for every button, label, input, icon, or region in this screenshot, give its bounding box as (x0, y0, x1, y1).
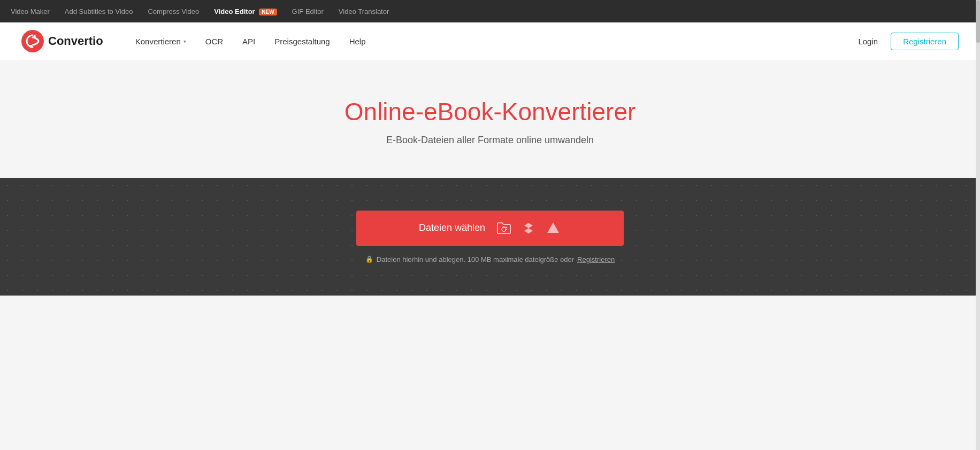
nav-preisgestaltung[interactable]: Preisgestaltung (274, 37, 330, 46)
topbar-video-translator[interactable]: Video Translator (339, 7, 389, 15)
login-link[interactable]: Login (858, 37, 878, 46)
hero-section: Online-eBook-Konvertierer E-Book-Dateien… (0, 60, 980, 178)
main-nav: Convertio Konvertieren ▾ OCR API Preisge… (0, 22, 980, 60)
nav-konvertieren[interactable]: Konvertieren ▾ (135, 37, 186, 46)
hero-subtitle: E-Book-Dateien aller Formate online umwa… (11, 135, 969, 146)
svg-marker-6 (547, 222, 559, 233)
new-badge: NEW (259, 9, 277, 15)
topbar-video-editor[interactable]: Video Editor NEW (214, 7, 277, 15)
google-drive-icon (545, 220, 561, 236)
topbar-compress-video[interactable]: Compress Video (148, 7, 199, 15)
chevron-down-icon: ▾ (183, 38, 186, 44)
nav-ocr[interactable]: OCR (205, 37, 223, 46)
top-bar: Video Maker Add Subtitles to Video Compr… (0, 0, 980, 22)
topbar-video-maker[interactable]: Video Maker (11, 7, 50, 15)
upload-section: Dateien wählen 🔒 Dateien hierhin und abl… (0, 178, 980, 296)
upload-button-label: Dateien wählen (419, 222, 485, 234)
topbar-add-subtitles[interactable]: Add Subtitles to Video (65, 7, 133, 15)
upload-icons (496, 220, 561, 236)
hero-title: Online-eBook-Konvertierer (11, 97, 969, 126)
logo-icon (21, 30, 44, 52)
svg-marker-5 (524, 223, 533, 234)
svg-line-3 (506, 227, 507, 227)
upload-hint: 🔒 Dateien hierhin und ablegen. 100 MB ma… (365, 255, 615, 263)
folder-icon (496, 220, 512, 236)
svg-point-1 (502, 227, 506, 231)
scrollbar[interactable] (976, 0, 980, 296)
topbar-gif-editor[interactable]: GIF Editor (292, 7, 324, 15)
upload-button[interactable]: Dateien wählen (356, 211, 624, 246)
nav-api[interactable]: API (242, 37, 255, 46)
logo[interactable]: Convertio (21, 30, 103, 52)
upload-hint-register-link[interactable]: Registrieren (577, 255, 615, 263)
logo-text: Convertio (48, 34, 103, 48)
dropbox-icon (520, 220, 537, 236)
register-button[interactable]: Registrieren (891, 33, 959, 50)
scrollbar-thumb (976, 0, 980, 43)
nav-links: Konvertieren ▾ OCR API Preisgestaltung H… (135, 37, 859, 46)
nav-right: Login Registrieren (858, 33, 959, 50)
lock-icon: 🔒 (365, 255, 373, 263)
nav-help[interactable]: Help (349, 37, 366, 46)
upload-hint-text: Dateien hierhin und ablegen. 100 MB maxi… (377, 255, 574, 263)
svg-point-0 (21, 30, 44, 52)
